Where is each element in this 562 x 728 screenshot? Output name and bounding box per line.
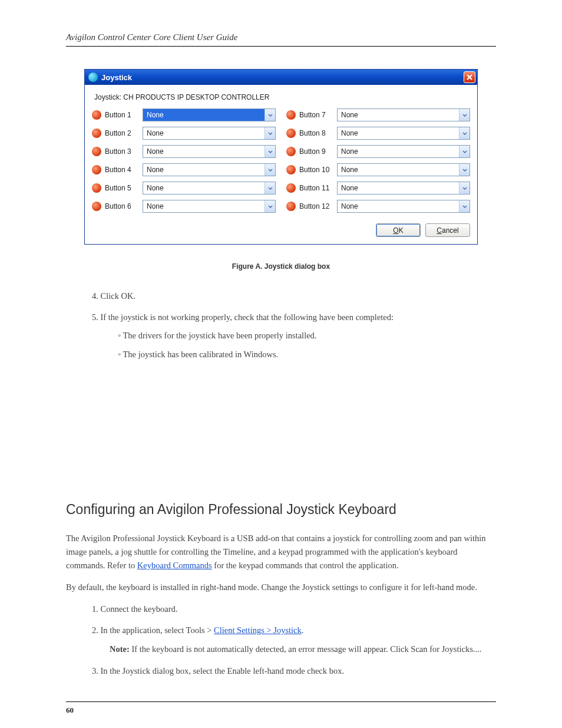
- chevron-down-icon[interactable]: [265, 127, 275, 139]
- button-row: Button 10None: [286, 163, 470, 176]
- button-bullet-icon: [286, 202, 296, 211]
- action-dropdown[interactable]: None: [337, 163, 470, 176]
- button-label: Button 5: [105, 184, 139, 192]
- button-bullet-icon: [286, 129, 296, 138]
- keyboard-commands-link[interactable]: Keyboard Commands: [137, 561, 212, 570]
- button-label: Button 6: [105, 202, 139, 210]
- button-row: Button 2None: [92, 127, 276, 140]
- chevron-down-icon[interactable]: [459, 109, 470, 121]
- button-row: Button 3None: [92, 145, 276, 158]
- ok-button[interactable]: OK: [376, 223, 421, 237]
- button-row: Button 5None: [92, 182, 276, 195]
- page-header: Avigilon Control Center Core Client User…: [66, 32, 496, 47]
- button-label: Button 1: [105, 111, 139, 119]
- step-1: 1. Connect the keyboard.: [92, 602, 496, 615]
- joystick-dialog: Joystick Joystick: CH PRODUCTS IP DESKTO…: [84, 69, 478, 245]
- dialog-title: Joystick: [101, 73, 464, 82]
- step-5a: ◦ The drivers for the joystick have been…: [118, 329, 496, 342]
- right-column: Button 7NoneButton 8NoneButton 9NoneButt…: [286, 108, 470, 213]
- button-bullet-icon: [92, 129, 101, 138]
- button-row: Button 8None: [286, 127, 470, 140]
- button-bullet-icon: [92, 183, 101, 193]
- chevron-down-icon[interactable]: [265, 109, 275, 121]
- note-text: If the keyboard is not automatically det…: [130, 644, 482, 654]
- button-row: Button 9None: [286, 145, 470, 158]
- button-label: Button 4: [105, 166, 139, 174]
- chevron-down-icon[interactable]: [459, 164, 470, 176]
- action-dropdown[interactable]: None: [143, 200, 276, 213]
- dropdown-value: None: [338, 164, 459, 176]
- button-bullet-icon: [92, 147, 101, 156]
- step-4: 4. Click OK.: [92, 289, 496, 302]
- button-row: Button 11None: [286, 182, 470, 195]
- action-dropdown[interactable]: None: [143, 108, 276, 121]
- paragraph-2: By default, the keyboard is installed in…: [66, 581, 496, 594]
- button-label: Button 8: [299, 129, 333, 137]
- close-icon: [466, 74, 473, 81]
- button-bullet-icon: [286, 165, 296, 174]
- dropdown-value: None: [338, 127, 459, 139]
- action-dropdown[interactable]: None: [143, 127, 276, 140]
- button-bullet-icon: [92, 165, 101, 174]
- button-label: Button 12: [299, 202, 333, 210]
- chevron-down-icon[interactable]: [459, 182, 470, 194]
- chevron-down-icon[interactable]: [459, 200, 470, 212]
- action-dropdown[interactable]: None: [337, 127, 470, 140]
- dropdown-value: None: [143, 146, 265, 157]
- chevron-down-icon[interactable]: [459, 127, 470, 139]
- left-column: Button 1NoneButton 2NoneButton 3NoneButt…: [92, 108, 276, 213]
- button-label: Button 2: [105, 129, 139, 137]
- dropdown-value: None: [143, 164, 265, 176]
- button-row: Button 6None: [92, 200, 276, 213]
- dropdown-value: None: [143, 109, 265, 121]
- chevron-down-icon[interactable]: [459, 146, 470, 157]
- close-button[interactable]: [464, 71, 475, 83]
- dropdown-value: None: [338, 109, 459, 121]
- chevron-down-icon[interactable]: [265, 164, 275, 176]
- button-label: Button 9: [299, 147, 333, 156]
- device-label: Joystick: CH PRODUCTS IP DESKTOP CONTROL…: [94, 93, 468, 101]
- cancel-button[interactable]: Cancel: [425, 223, 470, 237]
- button-bullet-icon: [286, 183, 296, 193]
- button-bullet-icon: [92, 110, 101, 120]
- step-5: 5. If the joystick is not working proper…: [92, 311, 496, 361]
- figure-caption: Figure A. Joystick dialog box: [66, 262, 496, 271]
- action-dropdown[interactable]: None: [143, 163, 276, 176]
- button-row: Button 12None: [286, 200, 470, 213]
- section-heading: Configuring an Avigilon Professional Joy…: [66, 502, 496, 518]
- chevron-down-icon[interactable]: [265, 200, 275, 212]
- button-bullet-icon: [286, 147, 296, 156]
- step-3: 3. In the Joystick dialog box, select th…: [92, 664, 496, 677]
- paragraph-1: The Avigilon Professional Joystick Keybo…: [66, 532, 496, 572]
- button-row: Button 1None: [92, 108, 276, 121]
- button-bullet-icon: [286, 110, 296, 120]
- button-row: Button 4None: [92, 163, 276, 176]
- dropdown-value: None: [143, 200, 265, 212]
- dropdown-value: None: [143, 127, 265, 139]
- dropdown-value: None: [143, 182, 265, 194]
- action-dropdown[interactable]: None: [337, 200, 470, 213]
- button-label: Button 11: [299, 184, 333, 192]
- action-dropdown[interactable]: None: [143, 145, 276, 158]
- step-2: 2. In the application, select Tools > Cl…: [92, 624, 496, 656]
- button-label: Button 3: [105, 147, 139, 156]
- client-settings-link[interactable]: Client Settings > Joystick: [214, 625, 302, 635]
- step-5b: ◦ The joystick has been calibrated in Wi…: [118, 348, 496, 361]
- button-row: Button 7None: [286, 108, 470, 121]
- button-label: Button 7: [299, 111, 333, 119]
- joystick-icon: [88, 73, 98, 82]
- action-dropdown[interactable]: None: [337, 145, 470, 158]
- page-number: 60: [66, 701, 496, 715]
- action-dropdown[interactable]: None: [337, 182, 470, 195]
- dropdown-value: None: [338, 200, 459, 212]
- button-bullet-icon: [92, 202, 101, 211]
- button-label: Button 10: [299, 166, 333, 174]
- titlebar: Joystick: [85, 70, 477, 85]
- action-dropdown[interactable]: None: [143, 182, 276, 195]
- chevron-down-icon[interactable]: [265, 182, 275, 194]
- dropdown-value: None: [338, 146, 459, 157]
- dropdown-value: None: [338, 182, 459, 194]
- chevron-down-icon[interactable]: [265, 146, 275, 157]
- note-label: Note:: [110, 644, 130, 654]
- action-dropdown[interactable]: None: [337, 108, 470, 121]
